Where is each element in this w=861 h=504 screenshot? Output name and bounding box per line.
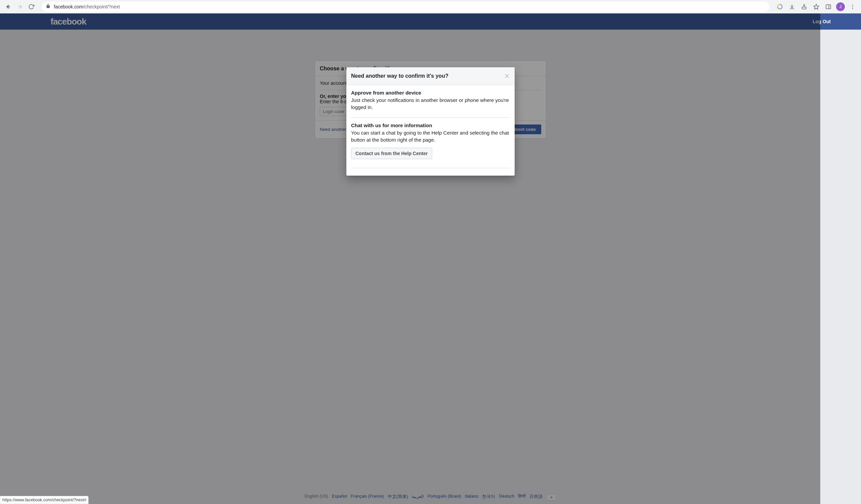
url-path: /checkpoint/?next	[83, 4, 120, 10]
svg-point-8	[852, 4, 853, 5]
kebab-icon	[850, 4, 856, 10]
download-icon	[789, 4, 795, 10]
contact-help-center-button[interactable]: Contact us from the Help Center	[351, 148, 432, 159]
browser-toolbar: facebook.com/checkpoint/?next J	[0, 0, 861, 13]
modal-title: Need another way to confirm it's you?	[351, 73, 448, 79]
downloads-button[interactable]	[786, 1, 798, 12]
lock-icon	[46, 4, 51, 10]
forward-button[interactable]	[14, 1, 26, 12]
chat-text: You can start a chat by going to the Hel…	[351, 129, 510, 143]
reload-button[interactable]	[26, 1, 37, 12]
reload-icon	[28, 4, 34, 10]
browser-actions: J	[774, 1, 858, 12]
url-domain: facebook.com	[54, 4, 83, 10]
confirm-modal: Need another way to confirm it's you? ✕ …	[346, 67, 515, 176]
arrow-left-icon	[5, 4, 11, 10]
panel-icon	[825, 4, 831, 10]
svg-point-10	[852, 8, 853, 9]
status-bar-url: https://www.facebook.com/checkpoint/?nex…	[0, 496, 88, 504]
approve-device-heading: Approve from another device	[351, 90, 510, 96]
share-button[interactable]	[798, 1, 810, 12]
profile-avatar[interactable]: J	[836, 2, 845, 11]
avatar-letter: J	[839, 4, 842, 9]
share-icon	[801, 4, 807, 10]
back-button[interactable]	[3, 1, 14, 12]
modal-header: Need another way to confirm it's you? ✕	[346, 67, 515, 85]
arrow-right-icon	[17, 4, 23, 10]
google-g-icon	[777, 4, 783, 10]
close-icon: ✕	[504, 72, 510, 80]
chat-heading: Chat with us for more information	[351, 123, 510, 128]
address-bar[interactable]: facebook.com/checkpoint/?next	[42, 2, 769, 12]
modal-close-button[interactable]: ✕	[504, 72, 510, 80]
star-icon	[813, 4, 819, 10]
google-services-icon[interactable]	[774, 1, 785, 12]
svg-rect-6	[826, 5, 831, 9]
bookmark-button[interactable]	[810, 1, 822, 12]
svg-marker-5	[814, 4, 819, 9]
approve-device-text: Just check your notifications in another…	[351, 97, 510, 111]
chrome-menu-button[interactable]	[847, 1, 858, 12]
side-panel-button[interactable]	[823, 1, 834, 12]
svg-point-9	[852, 6, 853, 7]
modal-body: Approve from another device Just check y…	[346, 85, 515, 176]
